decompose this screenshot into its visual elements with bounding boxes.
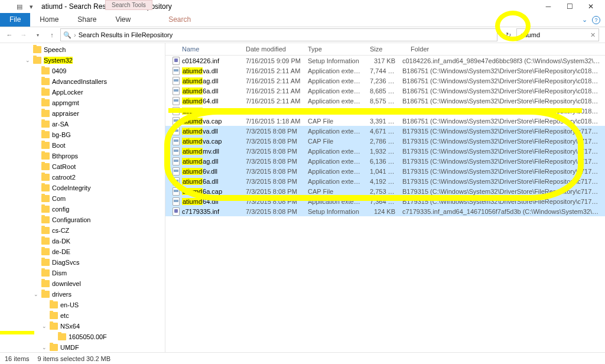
result-row[interactable]: atiumd64.dll7/16/2015 2:11 AMApplication… bbox=[165, 96, 605, 106]
column-size[interactable]: Size bbox=[366, 43, 399, 55]
results-pane[interactable]: Name Date modified Type Size Folder c018… bbox=[165, 43, 605, 352]
tree-node[interactable]: ⌄UMDF bbox=[0, 342, 165, 352]
inf-file-icon bbox=[173, 207, 180, 216]
tree-node[interactable]: etc bbox=[0, 310, 165, 321]
tree-node[interactable]: en-US bbox=[0, 300, 165, 310]
result-row[interactable]: c7179335.inf7/3/2015 8:08 PMSetup Inform… bbox=[165, 206, 605, 216]
quick-props-icon[interactable]: ▤ bbox=[14, 1, 25, 12]
tree-node[interactable]: ⌄drivers bbox=[0, 289, 165, 300]
result-row[interactable]: atiumd64.dll7/3/2015 8:08 PMApplication … bbox=[165, 196, 605, 206]
tree-node[interactable]: AppLocker bbox=[0, 87, 165, 98]
tree-label: de-DE bbox=[52, 248, 70, 255]
result-row[interactable]: atiumdva.cap7/16/2015 1:18 AMCAP File3,3… bbox=[165, 116, 605, 126]
nav-recent-button[interactable]: ▾ bbox=[32, 29, 44, 41]
tree-node[interactable]: downlevel bbox=[0, 278, 165, 289]
result-row[interactable]: c0184226.inf7/16/2015 9:09 PMSetup Infor… bbox=[165, 56, 605, 66]
dll-file-icon bbox=[173, 97, 180, 105]
tree-node[interactable]: Configuration bbox=[0, 214, 165, 225]
folder-icon bbox=[41, 121, 50, 128]
result-row[interactable]: atiumdva.dll7/3/2015 8:08 PMApplication … bbox=[165, 126, 605, 136]
tree-node[interactable]: AdvancedInstallers bbox=[0, 76, 165, 87]
dll-file-icon bbox=[173, 157, 180, 165]
tree-node[interactable]: cs-CZ bbox=[0, 225, 165, 236]
search-clear-button[interactable]: ✕ bbox=[590, 31, 596, 39]
tree-node[interactable]: DiagSvcs bbox=[0, 257, 165, 268]
tree-node[interactable]: ⌄NSx64 bbox=[0, 321, 165, 332]
cell-type: CAP File bbox=[304, 138, 366, 145]
cell-size: 1,041 KB bbox=[366, 168, 399, 175]
column-type[interactable]: Type bbox=[304, 43, 366, 55]
tree-node[interactable]: 0409 bbox=[0, 66, 165, 76]
cell-folder: B179315 (C:\Windows\System32\DriverStore… bbox=[399, 128, 605, 135]
tree-node[interactable]: da-DK bbox=[0, 236, 165, 246]
minimize-button[interactable]: ─ bbox=[541, 2, 555, 11]
help-icon[interactable]: ? bbox=[592, 16, 600, 24]
search-tools-tab[interactable]: Search Tools bbox=[105, 0, 152, 10]
result-row[interactable]: atiumd6a.cap7/3/2015 8:08 PMCAP File2,75… bbox=[165, 186, 605, 196]
nav-back-button[interactable]: ← bbox=[4, 29, 15, 41]
result-row[interactable]: atiumd6v.dll7/3/2015 8:08 PMApplication … bbox=[165, 166, 605, 176]
status-item-count: 16 items bbox=[5, 355, 30, 362]
tree-node[interactable]: bg-BG bbox=[0, 129, 165, 140]
maximize-button[interactable]: ☐ bbox=[562, 2, 577, 11]
quick-customize-icon[interactable]: ▾ bbox=[26, 1, 37, 12]
folder-icon bbox=[41, 99, 50, 106]
result-row[interactable]: atiumd6a.cap7/16/2015 1:23 AMCAP File3,3… bbox=[165, 106, 605, 116]
folder-icon bbox=[41, 78, 50, 85]
tree-node[interactable]: Speech bbox=[0, 44, 165, 55]
cell-size: 4,671 KB bbox=[366, 128, 399, 135]
cell-size: 7,744 KB bbox=[366, 67, 399, 74]
tree-node[interactable]: de-DE bbox=[0, 246, 165, 257]
result-row[interactable]: atiumdva.cap7/3/2015 8:08 PMCAP File2,78… bbox=[165, 136, 605, 146]
tree-node[interactable]: CodeIntegrity bbox=[0, 183, 165, 193]
cell-type: Application extens... bbox=[304, 158, 366, 165]
tree-node[interactable]: CatRoot bbox=[0, 161, 165, 172]
result-row[interactable]: atiumd6a.dll7/3/2015 8:08 PMApplication … bbox=[165, 176, 605, 186]
column-folder[interactable]: Folder bbox=[399, 43, 605, 55]
result-row[interactable]: atiumdva.dll7/16/2015 2:11 AMApplication… bbox=[165, 66, 605, 76]
folder-tree[interactable]: Speech⌄System320409AdvancedInstallersApp… bbox=[0, 43, 165, 352]
tree-node[interactable]: 1605050.00F bbox=[0, 332, 165, 342]
dll-file-icon bbox=[173, 187, 180, 196]
tree-node[interactable]: config bbox=[0, 204, 165, 214]
nav-forward-button[interactable]: → bbox=[18, 29, 30, 41]
search-input[interactable] bbox=[516, 28, 599, 41]
result-row[interactable]: atiumdmv.dll7/3/2015 8:08 PMApplication … bbox=[165, 146, 605, 156]
result-row[interactable]: atiumdag.dll7/3/2015 8:08 PMApplication … bbox=[165, 156, 605, 166]
cell-folder: c7179335.inf_amd64_14671056f7af5d3b (C:\… bbox=[399, 208, 605, 215]
tree-node[interactable]: Dism bbox=[0, 268, 165, 278]
nav-up-button[interactable]: ↑ bbox=[46, 29, 58, 41]
cell-date: 7/3/2015 8:08 PM bbox=[242, 158, 304, 165]
quick-folder-icon[interactable] bbox=[2, 1, 13, 12]
close-button[interactable]: ✕ bbox=[584, 2, 598, 11]
ribbon-expand-icon[interactable]: ⌄ bbox=[582, 16, 587, 24]
tree-node[interactable]: appraiser bbox=[0, 108, 165, 119]
column-date[interactable]: Date modified bbox=[242, 43, 304, 55]
tree-node[interactable]: ⌄System32 bbox=[0, 55, 165, 66]
tree-node[interactable]: appmgmt bbox=[0, 98, 165, 108]
result-row[interactable]: atiumdag.dll7/16/2015 2:11 AMApplication… bbox=[165, 76, 605, 86]
file-name: atiumd64.dll bbox=[182, 98, 218, 105]
result-row[interactable]: atiumd6a.dll7/16/2015 2:11 AMApplication… bbox=[165, 86, 605, 96]
tree-node[interactable]: Com bbox=[0, 193, 165, 204]
refresh-button[interactable]: ↻ bbox=[502, 31, 514, 39]
cell-date: 7/3/2015 8:08 PM bbox=[242, 208, 304, 215]
dll-file-icon bbox=[173, 117, 180, 125]
tree-node[interactable]: Boot bbox=[0, 140, 165, 151]
column-name[interactable]: Name bbox=[165, 43, 242, 55]
tree-label: cs-CZ bbox=[52, 227, 69, 234]
address-bar[interactable]: 🔍 › Search Results in FileRepository bbox=[60, 28, 497, 41]
tree-label: en-US bbox=[60, 301, 79, 308]
tab-file[interactable]: File bbox=[0, 13, 30, 27]
tree-node[interactable]: catroot2 bbox=[0, 172, 165, 183]
tree-label: AdvancedInstallers bbox=[52, 78, 107, 85]
tree-node[interactable]: ar-SA bbox=[0, 119, 165, 129]
tab-share[interactable]: Share bbox=[68, 13, 106, 27]
dll-file-icon bbox=[173, 177, 180, 186]
tab-view[interactable]: View bbox=[106, 13, 140, 27]
cell-type: CAP File bbox=[304, 118, 366, 125]
tab-search[interactable]: Search bbox=[159, 13, 200, 27]
tree-node[interactable]: Bthprops bbox=[0, 151, 165, 161]
cell-size: 8,575 KB bbox=[366, 98, 399, 105]
tab-home[interactable]: Home bbox=[30, 13, 68, 27]
